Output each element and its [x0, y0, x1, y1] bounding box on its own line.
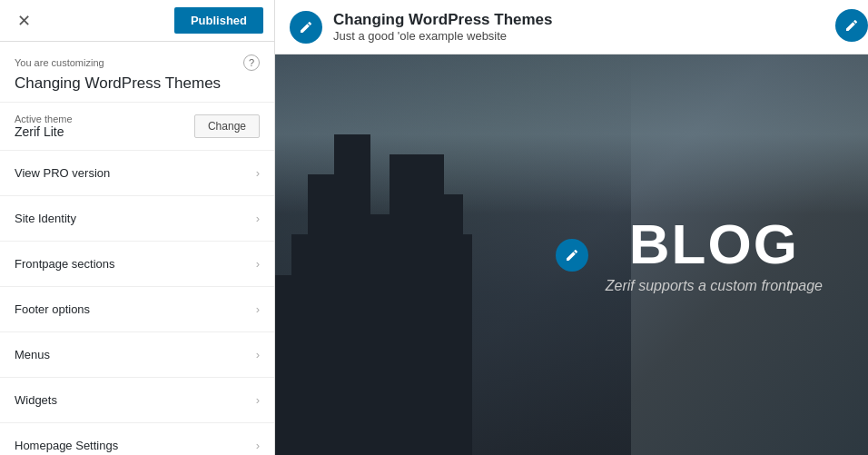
chevron-right-icon: › — [256, 257, 260, 271]
customizing-site-title: Changing WordPress Themes — [15, 74, 260, 93]
building-3 — [334, 134, 370, 455]
chevron-right-icon: › — [256, 348, 260, 361]
menu-item-view-pro[interactable]: View PRO version › — [0, 151, 274, 196]
chevron-right-icon: › — [256, 439, 260, 452]
menu-list: View PRO version › Site Identity › Front… — [0, 151, 274, 455]
preview-panel: Changing WordPress Themes Just a good 'o… — [275, 0, 868, 455]
help-icon[interactable]: ? — [243, 54, 260, 71]
preview-site-tagline: Just a good 'ole example website — [333, 29, 553, 43]
hero-edit-icon[interactable] — [556, 239, 588, 272]
customizing-block: You are customizing ? Changing WordPress… — [0, 42, 274, 103]
preview-site-name: Changing WordPress Themes — [333, 11, 553, 29]
theme-info: Active theme Zerif Lite — [15, 114, 73, 139]
building-8 — [445, 234, 472, 455]
preview-corner-icon[interactable] — [835, 9, 868, 42]
chevron-right-icon: › — [256, 166, 260, 180]
active-theme-block: Active theme Zerif Lite Change — [0, 103, 274, 151]
change-theme-button[interactable]: Change — [194, 114, 260, 138]
theme-name: Zerif Lite — [15, 124, 73, 139]
buildings — [275, 54, 601, 455]
menu-item-widgets[interactable]: Widgets › — [0, 378, 274, 423]
menu-item-frontpage-sections[interactable]: Frontpage sections › — [0, 242, 274, 287]
menu-item-menus[interactable]: Menus › — [0, 332, 274, 378]
close-button[interactable]: ✕ — [11, 8, 36, 34]
preview-site-info: Changing WordPress Themes Just a good 'o… — [333, 11, 553, 43]
preview-topbar: Changing WordPress Themes Just a good 'o… — [275, 0, 868, 54]
building-7 — [275, 275, 307, 455]
chevron-right-icon: › — [256, 393, 260, 407]
top-bar: ✕ Published — [0, 0, 274, 42]
published-button[interactable]: Published — [174, 7, 263, 34]
menu-item-footer-options[interactable]: Footer options › — [0, 287, 274, 332]
customizing-label: You are customizing ? — [15, 54, 260, 71]
menu-item-site-identity[interactable]: Site Identity › — [0, 196, 274, 242]
customizer-panel: ✕ Published You are customizing ? Changi… — [0, 0, 275, 455]
hero-title: BLOG — [606, 216, 823, 272]
hero-content: BLOG Zerif supports a custom frontpage — [606, 216, 859, 294]
preview-edit-icon[interactable] — [290, 11, 322, 44]
chevron-right-icon: › — [256, 212, 260, 225]
menu-item-homepage-settings[interactable]: Homepage Settings › — [0, 423, 274, 455]
hero-subtitle: Zerif supports a custom frontpage — [606, 278, 823, 294]
hero-area: BLOG Zerif supports a custom frontpage — [275, 54, 868, 455]
chevron-right-icon: › — [256, 302, 260, 316]
theme-label: Active theme — [15, 114, 73, 124]
